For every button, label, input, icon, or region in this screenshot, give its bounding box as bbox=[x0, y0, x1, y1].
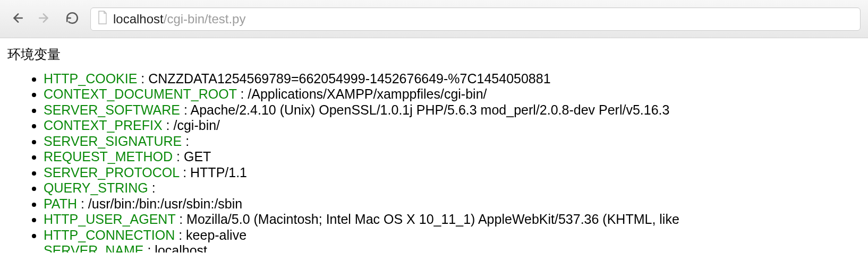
env-key: SERVER_SOFTWARE bbox=[44, 102, 180, 117]
list-item: QUERY_STRING : bbox=[44, 180, 861, 196]
env-key: QUERY_STRING bbox=[44, 180, 148, 195]
env-value: GET bbox=[184, 149, 211, 164]
env-key: SERVER_NAME bbox=[44, 243, 144, 252]
page-content: 环境变量 HTTP_COOKIE : CNZZDATA1254569789=66… bbox=[0, 38, 868, 252]
file-icon bbox=[97, 11, 108, 28]
env-value: CNZZDATA1254569789=662054999-1452676649-… bbox=[148, 71, 550, 86]
list-item: SERVER_SIGNATURE : bbox=[44, 134, 861, 150]
browser-toolbar: localhost/cgi-bin/test.py bbox=[0, 0, 868, 38]
env-value: Apache/2.4.10 (Unix) OpenSSL/1.0.1j PHP/… bbox=[190, 102, 669, 117]
env-value: /Applications/XAMPP/xamppfiles/cgi-bin/ bbox=[248, 86, 487, 101]
env-value: /cgi-bin/ bbox=[174, 118, 220, 133]
url-text: localhost/cgi-bin/test.py bbox=[113, 12, 245, 27]
env-key: PATH bbox=[44, 196, 77, 211]
env-value: localhost bbox=[155, 243, 207, 252]
env-value: /usr/bin:/bin:/usr/sbin:/sbin bbox=[88, 196, 242, 211]
address-bar[interactable]: localhost/cgi-bin/test.py bbox=[90, 7, 861, 31]
env-key: CONTEXT_DOCUMENT_ROOT bbox=[44, 86, 236, 101]
env-key: SERVER_PROTOCOL bbox=[44, 165, 179, 180]
arrow-right-icon bbox=[38, 11, 52, 27]
list-item: HTTP_CONNECTION : keep-alive bbox=[44, 228, 861, 243]
forward-button[interactable] bbox=[35, 10, 54, 29]
env-key: HTTP_COOKIE bbox=[44, 71, 137, 86]
url-host: localhost bbox=[113, 12, 164, 26]
env-key: HTTP_CONNECTION bbox=[44, 228, 175, 242]
env-value: Mozilla/5.0 (Macintosh; Intel Mac OS X 1… bbox=[186, 212, 679, 226]
list-item: REQUEST_METHOD : GET bbox=[44, 149, 861, 165]
back-button[interactable] bbox=[7, 10, 27, 29]
list-item: CONTEXT_PREFIX : /cgi-bin/ bbox=[44, 118, 861, 134]
env-key: SERVER_SIGNATURE bbox=[44, 134, 182, 149]
env-list: HTTP_COOKIE : CNZZDATA1254569789=6620549… bbox=[7, 71, 861, 253]
list-item: SERVER_NAME : localhost bbox=[44, 243, 861, 252]
arrow-left-icon bbox=[10, 11, 24, 27]
env-value: HTTP/1.1 bbox=[190, 165, 247, 180]
list-item: HTTP_USER_AGENT : Mozilla/5.0 (Macintosh… bbox=[44, 212, 861, 228]
list-item: PATH : /usr/bin:/bin:/usr/sbin:/sbin bbox=[44, 196, 861, 212]
reload-button[interactable] bbox=[63, 10, 82, 29]
env-value: keep-alive bbox=[186, 228, 246, 242]
url-path: /cgi-bin/test.py bbox=[164, 12, 246, 26]
list-item: HTTP_COOKIE : CNZZDATA1254569789=6620549… bbox=[44, 71, 861, 87]
list-item: CONTEXT_DOCUMENT_ROOT : /Applications/XA… bbox=[44, 86, 861, 102]
list-item: SERVER_SOFTWARE : Apache/2.4.10 (Unix) O… bbox=[44, 102, 861, 118]
env-key: HTTP_USER_AGENT bbox=[44, 212, 175, 226]
page-title: 环境变量 bbox=[7, 47, 861, 63]
env-key: REQUEST_METHOD bbox=[44, 149, 173, 164]
env-key: CONTEXT_PREFIX bbox=[44, 118, 163, 133]
reload-icon bbox=[65, 11, 79, 27]
list-item: SERVER_PROTOCOL : HTTP/1.1 bbox=[44, 165, 861, 181]
